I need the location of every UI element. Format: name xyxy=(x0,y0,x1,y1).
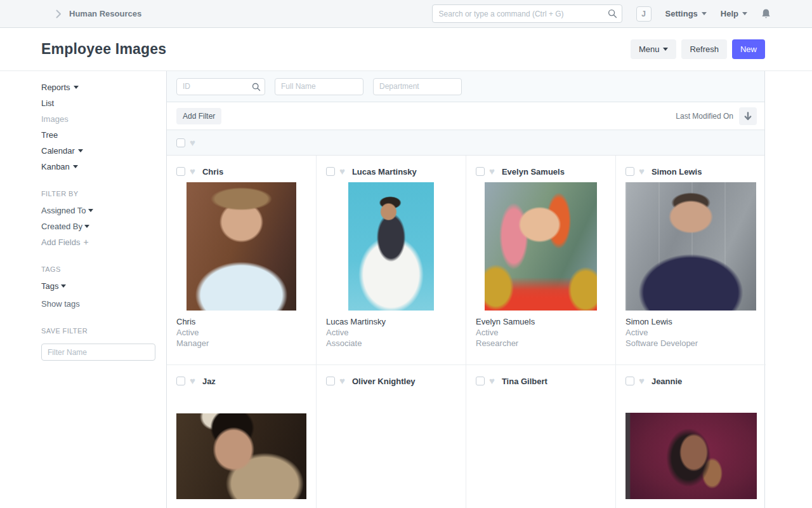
card-name: Simon Lewis xyxy=(625,316,756,327)
card-checkbox[interactable] xyxy=(476,377,485,385)
user-avatar[interactable]: J xyxy=(636,6,652,22)
card-checkbox[interactable] xyxy=(326,167,335,176)
assigned-to-filter[interactable]: Assigned To xyxy=(41,206,155,215)
card-footer: Chris Active Manager xyxy=(176,316,306,349)
settings-menu[interactable]: Settings xyxy=(665,9,707,18)
employee-card: ♥ Chris Chris Active Manager xyxy=(167,156,317,365)
caret-down-icon xyxy=(61,284,66,290)
sidebar-item-label: Calendar xyxy=(41,147,75,155)
global-search-input[interactable] xyxy=(432,4,622,23)
card-name: Chris xyxy=(176,316,306,327)
help-menu[interactable]: Help xyxy=(721,9,747,18)
like-filter-heart-icon[interactable]: ♥ xyxy=(190,138,195,147)
card-title[interactable]: Chris xyxy=(202,167,223,177)
sort-direction-button[interactable] xyxy=(739,107,757,125)
card-title[interactable]: Jeannie xyxy=(652,377,682,386)
sidebar-item-calendar[interactable]: Calendar xyxy=(41,147,155,155)
employee-card: ♥ Jaz xyxy=(167,365,317,508)
image-box xyxy=(476,392,606,508)
card-title[interactable]: Jaz xyxy=(202,377,216,386)
card-title[interactable]: Oliver Knightley xyxy=(352,377,416,386)
card-checkbox[interactable] xyxy=(476,167,485,176)
new-button[interactable]: New xyxy=(732,39,765,59)
employee-photo[interactable] xyxy=(625,413,757,499)
sidebar-item-reports[interactable]: Reports xyxy=(41,83,155,91)
card-checkbox[interactable] xyxy=(176,167,185,176)
like-heart-icon[interactable]: ♥ xyxy=(639,167,645,176)
employee-photo[interactable] xyxy=(348,182,434,311)
like-heart-icon[interactable]: ♥ xyxy=(339,377,345,385)
global-search xyxy=(432,4,622,23)
new-button-label: New xyxy=(740,44,757,54)
add-fields-button[interactable]: Add Fields+ xyxy=(41,238,155,246)
like-heart-icon[interactable]: ♥ xyxy=(489,377,495,385)
sidebar-item-tree[interactable]: Tree xyxy=(41,131,155,139)
image-box xyxy=(176,182,306,311)
filter-by-heading: FILTER BY xyxy=(41,190,155,197)
help-label: Help xyxy=(721,9,738,18)
sort-by-selector[interactable]: Last Modified On xyxy=(676,112,733,121)
like-heart-icon[interactable]: ♥ xyxy=(339,167,345,176)
card-designation: Software Developer xyxy=(625,338,756,349)
search-icon xyxy=(608,9,617,18)
caret-down-icon xyxy=(73,165,78,171)
like-heart-icon[interactable]: ♥ xyxy=(190,377,195,385)
sidebar-item-label: Kanban xyxy=(41,163,70,171)
employee-photo[interactable] xyxy=(625,182,756,311)
card-checkbox[interactable] xyxy=(326,377,335,385)
tags-filter[interactable]: Tags xyxy=(41,282,155,290)
breadcrumb-module[interactable]: Human Resources xyxy=(69,9,141,18)
assigned-to-label: Assigned To xyxy=(41,206,86,215)
show-tags-label: Show tags xyxy=(41,300,80,308)
list-sidebar: Reports List Images Tree Calendar Kanban… xyxy=(0,71,166,508)
card-status: Active xyxy=(326,327,456,338)
sidebar-item-kanban[interactable]: Kanban xyxy=(41,163,155,171)
like-heart-icon[interactable]: ♥ xyxy=(639,377,645,385)
card-checkbox[interactable] xyxy=(176,377,185,385)
like-heart-icon[interactable]: ♥ xyxy=(489,167,495,176)
refresh-button[interactable]: Refresh xyxy=(681,39,727,59)
sidebar-item-list[interactable]: List xyxy=(41,99,155,107)
sidebar-item-label: Tree xyxy=(41,131,58,139)
add-filter-button[interactable]: Add Filter xyxy=(176,108,221,124)
card-title[interactable]: Lucas Martinsky xyxy=(352,167,417,177)
image-box xyxy=(476,182,606,311)
card-status: Active xyxy=(476,327,606,338)
tags-heading: TAGS xyxy=(41,265,155,273)
created-by-filter[interactable]: Created By xyxy=(41,222,155,231)
select-all-checkbox[interactable] xyxy=(176,138,185,147)
card-title[interactable]: Tina Gilbert xyxy=(502,377,547,386)
department-filter xyxy=(373,78,462,95)
full-name-filter xyxy=(275,78,363,95)
department-filter-input[interactable] xyxy=(373,78,462,95)
card-title[interactable]: Simon Lewis xyxy=(652,167,702,177)
card-designation: Researcher xyxy=(476,338,606,349)
full-name-filter-input[interactable] xyxy=(275,78,363,95)
chevron-right-icon xyxy=(56,10,62,18)
plus-icon: + xyxy=(83,238,88,246)
caret-down-icon xyxy=(84,225,89,231)
employee-card: ♥ Lucas Martinsky Lucas Martinsky Active… xyxy=(317,156,466,365)
employee-photo[interactable] xyxy=(476,413,605,499)
card-checkbox[interactable] xyxy=(625,167,634,176)
employee-photo[interactable] xyxy=(176,413,306,499)
card-title[interactable]: Evelyn Samuels xyxy=(502,167,565,177)
filter-name-input[interactable] xyxy=(41,344,155,361)
employee-photo[interactable] xyxy=(348,392,434,508)
like-heart-icon[interactable]: ♥ xyxy=(190,167,195,176)
show-tags-toggle[interactable]: Show tags xyxy=(41,300,155,308)
bell-icon[interactable] xyxy=(761,8,771,19)
select-all-row: ♥ xyxy=(167,130,764,156)
employee-card: ♥ Jeannie xyxy=(616,365,766,508)
menu-button[interactable]: Menu xyxy=(631,39,677,59)
sidebar-item-label: List xyxy=(41,99,54,107)
employee-photo[interactable] xyxy=(485,182,597,311)
card-checkbox[interactable] xyxy=(625,377,634,385)
breadcrumb[interactable]: Human Resources xyxy=(56,9,141,18)
employee-image-grid: ♥ Chris Chris Active Manager ♥ Lucas Mar… xyxy=(167,156,764,508)
employee-card: ♥ Oliver Knightley xyxy=(317,365,466,508)
employee-photo[interactable] xyxy=(187,182,296,311)
card-footer: Lucas Martinsky Active Associate xyxy=(326,316,456,349)
card-status: Active xyxy=(625,327,756,338)
settings-label: Settings xyxy=(665,9,698,18)
